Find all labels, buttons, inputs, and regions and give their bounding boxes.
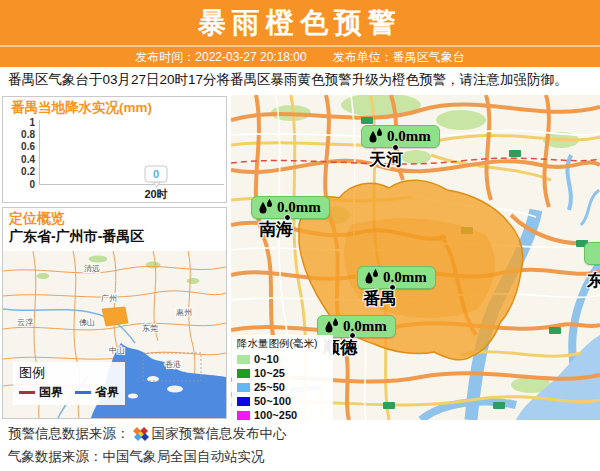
location-panel: 定位概览 广东省-广州市-番禺区 <box>2 207 227 419</box>
national-warning-center-logo-icon <box>132 426 150 442</box>
city-label-tianhe: 天河 <box>369 148 403 171</box>
warning-banner: 暴雨橙色预警 <box>0 0 600 45</box>
minimap-legend-title: 图例 <box>19 364 119 382</box>
swatch-25-50 <box>237 383 250 392</box>
raindrops-icon <box>368 128 383 145</box>
ytick-1: 1 <box>29 117 35 128</box>
province-border-line-icon <box>75 391 91 394</box>
footer-line1-source: 国家预警信息发布中心 <box>152 425 287 443</box>
city-label-panyu: 番禺 <box>363 287 397 310</box>
raindrops-icon <box>364 269 379 286</box>
city-label-nanhai: 南海 <box>259 218 293 241</box>
rain-marker-tianhe: 0.0mm <box>361 125 440 148</box>
rain-legend-title: 降水量图例(毫米) <box>237 337 328 351</box>
publish-time: 2022-03-27 20:18:00 <box>195 50 306 64</box>
rain-legend-row: 0~10 <box>237 353 328 365</box>
footer-weather-source: 气象数据来源：中国气象局全国自动站实况 <box>8 448 265 466</box>
warning-page: 暴雨橙色预警 发布时间：2022-03-27 20:18:00发布单位：番禺区气… <box>0 0 600 471</box>
publish-unit: 番禺区气象台 <box>393 50 465 64</box>
swatch-10-25 <box>237 369 250 378</box>
precipitation-chart[interactable]: 1 0.8 0.6 0.4 0.2 0 0 20时 <box>3 114 226 202</box>
xtick-20h: 20时 <box>144 188 167 200</box>
rain-marker-panyu: 0.0mm <box>357 266 436 289</box>
rain-legend-row: 50~100 <box>237 395 328 407</box>
national-border-line-icon <box>19 391 35 394</box>
swatch-50-100 <box>237 397 250 406</box>
range-10-25: 10~25 <box>254 367 285 379</box>
range-50-100: 50~100 <box>254 395 291 407</box>
minimap-warning-area <box>102 307 128 326</box>
rain-marker-partial <box>584 242 600 265</box>
rain-legend-row: 25~50 <box>237 381 328 393</box>
minimap-label-qingyuan: 清远 <box>84 264 100 273</box>
city-label-edge: 东 <box>587 269 600 292</box>
range-100-250: 100~250 <box>254 409 297 420</box>
rain-value: 0.0mm <box>383 269 427 286</box>
minimap-label-dongguan: 东莞 <box>142 324 158 333</box>
minimap-label-hongkong: 香港 <box>165 360 181 369</box>
minimap-legend: 图例 国界 省界 <box>13 362 125 405</box>
publish-time-label: 发布时间： <box>135 50 195 64</box>
minimap-label-guangzhou: 广州 <box>101 294 117 303</box>
ytick-06: 0.6 <box>21 141 35 152</box>
location-title: 定位概览 <box>9 210 65 228</box>
rain-value: 0.0mm <box>387 128 431 145</box>
rain-legend-row: 100~250 <box>237 409 328 420</box>
footer-line1-label: 预警信息数据来源： <box>8 425 130 443</box>
legend-item-national-border: 国界 <box>19 384 63 401</box>
minimap-label-huizhou: 惠州 <box>175 308 192 317</box>
ytick-0: 0 <box>29 179 35 190</box>
national-border-label: 国界 <box>39 384 63 401</box>
publish-unit-label: 发布单位： <box>333 50 393 64</box>
raindrops-icon <box>258 199 273 216</box>
rain-legend-row: 10~25 <box>237 367 328 379</box>
precipitation-chart-panel: 番禺当地降水实况(mm) 1 0.8 0.6 0.4 0.2 0 0 20时 <box>2 96 227 203</box>
publish-info-bar: 发布时间：2022-03-27 20:18:00发布单位：番禺区气象台 <box>0 47 600 67</box>
ytick-08: 0.8 <box>21 129 35 140</box>
page-title: 暴雨橙色预警 <box>0 0 600 45</box>
province-border-label: 省界 <box>95 384 119 401</box>
tooltip-value: 0 <box>153 168 159 180</box>
footer-warning-source: 预警信息数据来源： 国家预警信息发布中心 <box>8 425 287 443</box>
main-map[interactable]: 0.0mm 天河 0.0mm 南海 0.0mm 番禺 0.0mm 顺德 东 降水… <box>231 95 600 420</box>
swatch-0-10 <box>237 355 250 364</box>
raindrops-icon <box>324 318 339 335</box>
minimap-label-zhongshan: 中山 <box>109 346 125 355</box>
location-value: 广东省-广州市-番禺区 <box>9 228 144 246</box>
rain-legend: 降水量图例(毫米) 0~10 10~25 25~50 50~100 100~25… <box>232 335 333 420</box>
range-25-50: 25~50 <box>254 381 285 393</box>
minimap-label-foshan: 佛山 <box>79 318 95 327</box>
rain-value: 0.0mm <box>277 199 321 216</box>
legend-item-province-border: 省界 <box>75 384 119 401</box>
minimap-label-yunfu: 云浮 <box>17 318 33 327</box>
range-0-10: 0~10 <box>254 353 279 365</box>
ytick-04: 0.4 <box>21 154 35 165</box>
warning-description: 番禺区气象台于03月27日20时17分将番禺区暴雨黄色预警升级为橙色预警，请注意… <box>8 71 596 89</box>
ytick-02: 0.2 <box>21 166 35 177</box>
swatch-100-250 <box>237 411 250 420</box>
